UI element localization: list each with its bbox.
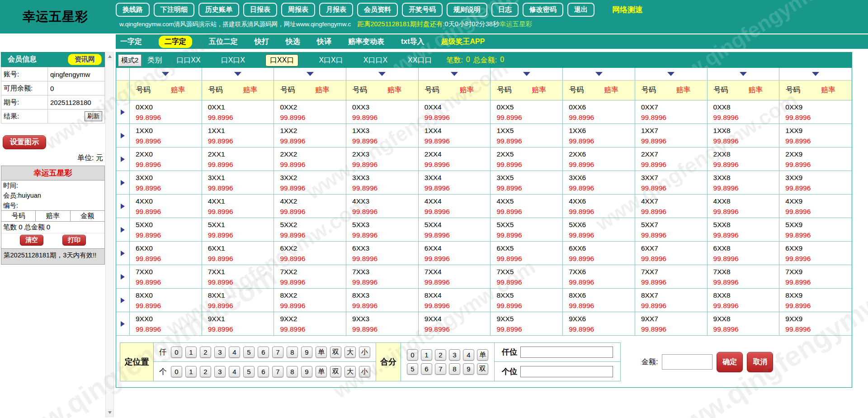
- bet-cell-3XX0[interactable]: 3XX099.8996: [130, 171, 202, 194]
- topbar-nav-button-8[interactable]: 规则说明: [447, 3, 487, 17]
- bet-cell-3XX1[interactable]: 3XX199.8996: [202, 171, 274, 194]
- tab-二字定[interactable]: 二字定: [159, 36, 192, 48]
- bet-cell-0XX2[interactable]: 0XX299.8996: [274, 100, 346, 124]
- bet-cell-9XX8[interactable]: 9XX899.8996: [708, 312, 780, 335]
- row-select-handle[interactable]: [116, 195, 130, 218]
- scroll-down-button[interactable]: [106, 408, 113, 417]
- pattern-option-口X口X[interactable]: 口X口X: [221, 56, 245, 65]
- bet-cell-0XX5[interactable]: 0XX599.8996: [491, 100, 563, 124]
- bet-cell-2XX6[interactable]: 2XX699.8996: [563, 147, 635, 171]
- bet-cell-1XX5[interactable]: 1XX599.8996: [491, 124, 563, 147]
- tab-超级奖王APP[interactable]: 超级奖王APP: [441, 37, 485, 47]
- sum-button-7[interactable]: 7: [435, 363, 446, 375]
- digit-button-个-0[interactable]: 0: [171, 366, 182, 377]
- digit-button-仟-2[interactable]: 2: [200, 347, 211, 358]
- topbar-nav-button-10[interactable]: 修改密码: [523, 3, 563, 17]
- digit-button-仟-小[interactable]: 小: [359, 347, 370, 358]
- bet-cell-4XX9[interactable]: 4XX999.8996: [779, 195, 852, 218]
- row-select-handle[interactable]: [116, 147, 130, 171]
- bet-cell-4XX7[interactable]: 4XX799.8996: [635, 195, 708, 218]
- bet-cell-7XX2[interactable]: 7XX299.8996: [274, 265, 346, 288]
- topbar-nav-button-3[interactable]: 日报表: [243, 3, 277, 17]
- bet-cell-2XX1[interactable]: 2XX199.8996: [202, 147, 274, 171]
- bet-cell-6XX4[interactable]: 6XX499.8996: [419, 242, 491, 265]
- bet-cell-7XX7[interactable]: 7XX799.8996: [635, 265, 708, 288]
- digit-button-个-单[interactable]: 单: [316, 366, 327, 377]
- row-select-handle[interactable]: [116, 218, 130, 241]
- pattern-option-XX口口[interactable]: XX口口: [408, 56, 432, 65]
- tab-txt导入[interactable]: txt导入: [401, 37, 425, 47]
- row-select-handle[interactable]: [116, 265, 130, 288]
- bet-cell-8XX3[interactable]: 8XX399.8996: [346, 289, 419, 312]
- bet-cell-8XX1[interactable]: 8XX199.8996: [202, 289, 274, 312]
- pattern-option-X口X口[interactable]: X口X口: [319, 56, 343, 65]
- bet-cell-0XX6[interactable]: 0XX699.8996: [563, 100, 635, 124]
- column-filter-dropdown[interactable]: [491, 68, 563, 80]
- digit-button-个-8[interactable]: 8: [287, 366, 298, 377]
- row-select-handle[interactable]: [116, 124, 130, 147]
- digit-button-仟-1[interactable]: 1: [185, 347, 197, 358]
- bet-cell-1XX7[interactable]: 1XX799.8996: [635, 124, 708, 147]
- bet-cell-0XX0[interactable]: 0XX099.8996: [130, 100, 202, 124]
- digit-button-个-3[interactable]: 3: [214, 366, 226, 377]
- bet-cell-8XX6[interactable]: 8XX699.8996: [563, 289, 635, 312]
- bet-cell-5XX7[interactable]: 5XX799.8996: [635, 218, 708, 241]
- bet-cell-9XX4[interactable]: 9XX499.8996: [419, 312, 491, 335]
- tab-快打[interactable]: 快打: [255, 37, 269, 47]
- bet-cell-1XX4[interactable]: 1XX499.8996: [419, 124, 491, 147]
- column-filter-dropdown[interactable]: [779, 68, 852, 80]
- bet-cell-4XX2[interactable]: 4XX299.8996: [274, 195, 346, 218]
- column-filter-dropdown[interactable]: [274, 68, 346, 80]
- column-filter-dropdown[interactable]: [635, 68, 708, 80]
- bet-cell-1XX9[interactable]: 1XX999.8996: [779, 124, 852, 147]
- bet-cell-8XX2[interactable]: 8XX299.8996: [274, 289, 346, 312]
- bet-cell-6XX2[interactable]: 6XX299.8996: [274, 242, 346, 265]
- bet-cell-1XX2[interactable]: 1XX299.8996: [274, 124, 346, 147]
- confirm-button[interactable]: 确定: [717, 352, 743, 372]
- bet-cell-1XX8[interactable]: 1XX899.8996: [708, 124, 780, 147]
- digit-button-仟-4[interactable]: 4: [229, 347, 240, 358]
- topbar-nav-button-6[interactable]: 会员资料: [357, 3, 398, 17]
- bet-cell-7XX0[interactable]: 7XX099.8996: [130, 265, 202, 288]
- bet-cell-0XX9[interactable]: 0XX999.8996: [779, 100, 852, 124]
- tab-五位二定[interactable]: 五位二定: [209, 37, 238, 47]
- refresh-button[interactable]: 刷新: [85, 111, 102, 121]
- sum-button-4[interactable]: 4: [463, 349, 474, 361]
- bet-cell-4XX6[interactable]: 4XX699.8996: [563, 195, 635, 218]
- sum-button-8[interactable]: 8: [449, 363, 460, 375]
- bet-cell-6XX6[interactable]: 6XX699.8996: [563, 242, 635, 265]
- digit-button-仟-大[interactable]: 大: [344, 347, 356, 358]
- bet-cell-2XX8[interactable]: 2XX899.8996: [708, 147, 780, 171]
- digit-button-仟-7[interactable]: 7: [272, 347, 283, 358]
- qianwei-input[interactable]: [520, 347, 613, 358]
- bet-cell-2XX7[interactable]: 2XX799.8996: [635, 147, 708, 171]
- column-filter-dropdown[interactable]: [708, 68, 780, 80]
- mode-button[interactable]: 模式2: [118, 54, 142, 66]
- bet-cell-5XX3[interactable]: 5XX399.8996: [346, 218, 419, 241]
- bet-cell-4XX5[interactable]: 4XX599.8996: [491, 195, 563, 218]
- digit-button-仟-单[interactable]: 单: [316, 347, 327, 358]
- bet-cell-9XX0[interactable]: 9XX099.8996: [130, 312, 202, 335]
- row-select-handle[interactable]: [116, 100, 130, 124]
- bet-cell-7XX8[interactable]: 7XX899.8996: [708, 265, 780, 288]
- tab-一字定[interactable]: 一字定: [120, 37, 142, 47]
- digit-button-个-小[interactable]: 小: [359, 366, 370, 377]
- bet-cell-3XX6[interactable]: 3XX699.8996: [563, 171, 635, 194]
- bet-cell-7XX1[interactable]: 7XX199.8996: [202, 265, 274, 288]
- topbar-nav-button-2[interactable]: 历史账单: [198, 3, 239, 17]
- pattern-option-口口XX[interactable]: 口口XX: [176, 56, 200, 65]
- tab-快选[interactable]: 快选: [286, 37, 300, 47]
- digit-button-个-9[interactable]: 9: [301, 366, 312, 377]
- digit-button-个-双[interactable]: 双: [330, 366, 341, 377]
- gewei-input[interactable]: [520, 366, 613, 377]
- bet-cell-0XX1[interactable]: 0XX199.8996: [202, 100, 274, 124]
- column-filter-dropdown[interactable]: [563, 68, 635, 80]
- network-speed-test-link[interactable]: 网络测速: [612, 5, 643, 15]
- news-site-button[interactable]: 资讯网: [68, 54, 102, 65]
- bet-cell-9XX3[interactable]: 9XX399.8996: [346, 312, 419, 335]
- column-filter-dropdown[interactable]: [346, 68, 419, 80]
- bet-cell-0XX4[interactable]: 0XX499.8996: [419, 100, 491, 124]
- bet-cell-7XX5[interactable]: 7XX599.8996: [491, 265, 563, 288]
- bet-cell-3XX7[interactable]: 3XX799.8996: [635, 171, 708, 194]
- bet-cell-6XX0[interactable]: 6XX099.8996: [130, 242, 202, 265]
